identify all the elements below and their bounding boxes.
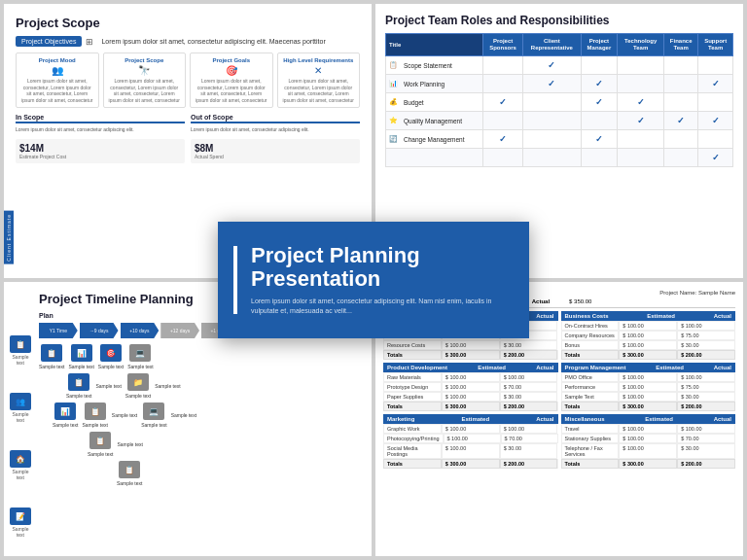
- arrow-3: +10 days: [121, 323, 160, 338]
- out-scope-text: Lorem ipsum dolor sit amet, consectetur …: [191, 126, 360, 133]
- budget-row: Company Resources$ 100.00$ 75.00: [561, 331, 736, 340]
- budget-row: PMO Office$ 100.00$ 100.00: [561, 372, 736, 382]
- tl-icon-box: 📊: [71, 344, 92, 362]
- check-cell: ✓: [482, 93, 522, 112]
- col-header-sponsors: ProjectSponsors: [482, 34, 522, 56]
- check-cell: [482, 112, 522, 130]
- cost-actual-box: $8M Actual Spend: [191, 139, 360, 163]
- col-header-tech: TechnologyTeam: [618, 34, 664, 56]
- budget-totals: Totals$ 300.00$ 200.00: [561, 350, 736, 360]
- row-quality-title: ⭐Quality Management: [386, 112, 483, 130]
- tl-icon-box: 💻: [129, 344, 151, 362]
- scope-tab-active[interactable]: Project Objectives: [16, 36, 82, 47]
- card-icon-scope: 🔭: [108, 65, 182, 76]
- out-scope-title: Out of Scope: [191, 114, 360, 123]
- budget-row: Performance$ 100.00$ 75.00: [561, 382, 736, 392]
- col-header-title: Title: [386, 34, 483, 56]
- tl-item: 💻 Sample text: [127, 344, 153, 369]
- scope-row-icon: 📋: [389, 61, 398, 69]
- check-cell: [664, 130, 698, 149]
- check-cell: [581, 112, 618, 130]
- arrow-4: +12 days: [160, 323, 199, 338]
- budget-row: Bonus$ 100.00$ 30.00: [561, 340, 736, 350]
- check-cell: [698, 56, 733, 75]
- check-cell: [581, 56, 618, 75]
- tl-item: 📋 Sample text: [39, 344, 64, 369]
- tl-sample: Sample text: [98, 364, 124, 369]
- in-scope-section: In Scope Lorem ipsum dolor sit amet, con…: [16, 114, 185, 133]
- scope-card-requirements: High Level Requirements ✕ Lorem ipsum do…: [277, 52, 361, 108]
- change-row-icon: 🔄: [389, 135, 398, 143]
- budget-row: Travel$ 100.00$ 100.00: [561, 424, 736, 434]
- tl-icon-box: 📋: [89, 432, 111, 449]
- in-scope-title: In Scope: [16, 114, 185, 123]
- check-cell: [698, 130, 733, 149]
- tl-sample: Sample text: [127, 364, 153, 369]
- overlay-title: Project Planning Presentation: [251, 244, 514, 291]
- tl-sample: Sample text: [53, 422, 78, 428]
- card-title-goals: Project Goals: [195, 57, 268, 63]
- timeline-row-2: 📋 Sample text Sample text 📁 Sample text …: [66, 373, 362, 399]
- scope-title: Project Scope: [16, 16, 360, 30]
- budget-row: Raw Materials$ 100.00$ 100.00: [383, 372, 558, 382]
- side-text-3: Sampletext: [13, 469, 29, 480]
- out-scope-section: Out of Scope Lorem ipsum dolor sit amet,…: [191, 114, 360, 133]
- budget-row: Sample Text$ 100.00$ 30.00: [561, 392, 736, 402]
- col-header-pm: ProjectManager: [581, 34, 618, 56]
- scope-footer: $14M Estimate Project Cost $8M Actual Sp…: [16, 139, 360, 163]
- client-label: Client Estimate: [4, 211, 14, 264]
- check-cell: [618, 75, 664, 93]
- budget-row: Resource Costs$ 100.00$ 30.00: [383, 340, 558, 350]
- tl-icon-box: 📁: [127, 373, 149, 391]
- side-text-1: Sampletext: [13, 354, 29, 366]
- scope-card-mood: Project Mood 👥 Lorem ipsum dolor sit ame…: [16, 52, 99, 108]
- arrow-2: →9 days: [80, 323, 119, 338]
- side-icon-1: 📋: [10, 335, 31, 353]
- row-budget-title: 💰Budget: [386, 93, 483, 112]
- timeline-row-1: 📋 Sample text 📊 Sample text 🎯 Sample tex…: [39, 344, 362, 369]
- tl-sample: Sample text: [66, 393, 91, 399]
- scope-card-scope: Project Scope 🔭 Lorem ipsum dolor sit am…: [103, 52, 187, 108]
- check-cell: [664, 75, 698, 93]
- card-text-mood: Lorem ipsum dolor sit amet, consectetur,…: [20, 78, 94, 103]
- tl-item: 📋 Sample text: [117, 461, 142, 486]
- row-last: [386, 149, 483, 167]
- quality-row-icon: ⭐: [389, 117, 398, 124]
- side-item-3: 🏠 Sampletext: [10, 450, 31, 480]
- timeline-row-4: 📋 Sample text Sample text: [88, 432, 362, 457]
- overlay-bar: [233, 246, 237, 314]
- roles-title: Project Team Roles and Responsibilities: [385, 14, 733, 27]
- check-cell: [698, 93, 733, 112]
- cost-actual-amount: $8M: [195, 143, 356, 154]
- budget-section-misc: Miscellaneous Estimated Actual Travel$ 1…: [561, 414, 736, 469]
- scope-tab-bar: Project Objectives ⊞ Lorem ipsum dolor s…: [16, 36, 360, 47]
- check-cell: [618, 130, 664, 149]
- card-text-goals: Lorem ipsum dolor sit amet, consectetur,…: [195, 78, 268, 103]
- check-cell: [482, 149, 522, 167]
- tl-icon-box: 📊: [54, 402, 76, 420]
- tl-item: 📊 Sample text: [68, 344, 93, 369]
- in-scope-text: Lorem ipsum dolor sit amet, consectetur …: [16, 126, 185, 133]
- budget-row: Prototype Design$ 100.00$ 70.00: [383, 382, 558, 392]
- tl-sample: Sample text: [39, 364, 64, 369]
- side-text-2: Sampletext: [13, 411, 29, 423]
- tl-icon-box: 📋: [85, 402, 106, 420]
- side-item-4: 📝 Sampletext: [10, 508, 31, 538]
- check-cell: [618, 56, 664, 75]
- budget-row: Telephone / Fax Services$ 100.00$ 30.00: [561, 443, 736, 459]
- budget-section-business: Business Costs Estimated Actual On-Contr…: [561, 311, 736, 360]
- tl-sample: Sample text: [112, 412, 137, 418]
- tl-sample: Sample text: [171, 412, 196, 418]
- cost-estimate-box: $14M Estimate Project Cost: [16, 139, 185, 163]
- card-title-mood: Project Mood: [20, 57, 94, 63]
- check-cell: [581, 149, 618, 167]
- budget-row: Paper Supplies$ 100.00$ 30.00: [383, 392, 558, 402]
- tl-sample: Sample text: [155, 383, 180, 389]
- cost-estimate-label: Estimate Project Cost: [19, 154, 181, 159]
- tl-sample: Sample text: [117, 480, 142, 486]
- misc-header: Miscellaneous Estimated Actual: [561, 414, 736, 424]
- side-icon-4: 📝: [10, 508, 31, 525]
- side-icon-3: 🏠: [10, 450, 31, 468]
- card-title-scope: Project Scope: [108, 57, 182, 63]
- tl-icon-box: 📋: [68, 373, 89, 391]
